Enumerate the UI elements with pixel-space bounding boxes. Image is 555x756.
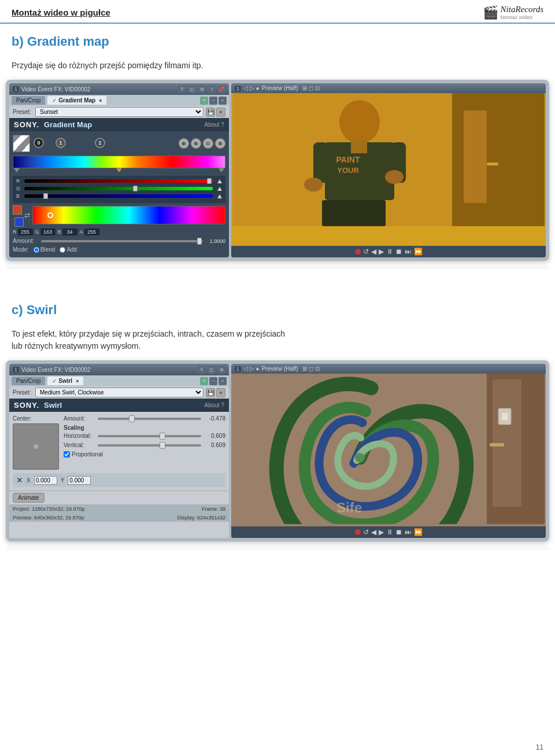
next-frame-btn[interactable]: ⏭ bbox=[405, 248, 412, 256]
swirl-tab-swirl[interactable]: ✓ Swirl × bbox=[47, 377, 83, 385]
prev-frame-btn[interactable]: ◀ bbox=[371, 248, 376, 256]
fast-fwd-btn[interactable]: ⏩ bbox=[414, 248, 423, 256]
b-value[interactable]: 34 bbox=[62, 228, 77, 235]
stop-marker-0[interactable] bbox=[14, 168, 20, 172]
swirl-minus-icon[interactable]: − bbox=[209, 377, 217, 385]
settings-icon[interactable]: ⚙ bbox=[198, 85, 206, 93]
a-val-label: A bbox=[80, 229, 83, 235]
color-swatches bbox=[13, 205, 22, 225]
color-picker[interactable] bbox=[32, 206, 225, 224]
swirl-controls: Amount: -0.478 Scaling Horizontal: bbox=[64, 415, 225, 470]
fx-panel-gradient: 1 Video Event FX: VID00002 ⠿ ◫ ⚙ ? 📌 Pan… bbox=[9, 83, 229, 257]
swirl-amount-slider[interactable] bbox=[98, 418, 201, 420]
swirl-play-btn[interactable]: ▶ bbox=[379, 528, 384, 536]
a-value[interactable]: 255 bbox=[84, 228, 99, 235]
preset-close-btn[interactable]: × bbox=[216, 108, 225, 117]
swirl-h-thumb[interactable] bbox=[160, 433, 165, 440]
swirl-v-thumb[interactable] bbox=[160, 442, 165, 449]
swirl-h-label: Horizontal: bbox=[64, 433, 95, 439]
swirl-window-icon[interactable]: ◫ bbox=[208, 366, 216, 374]
swirl-v-slider[interactable] bbox=[98, 444, 201, 447]
svg-text:Sife: Sife bbox=[336, 500, 362, 515]
swirl-grid-icon[interactable]: ⠿ bbox=[198, 366, 206, 374]
gradient-bar[interactable] bbox=[13, 156, 225, 168]
amount-thumb[interactable] bbox=[197, 238, 202, 245]
mode-add-radio[interactable]: Add bbox=[60, 246, 77, 253]
b-thumb[interactable] bbox=[43, 193, 48, 199]
g-slider[interactable] bbox=[24, 187, 213, 190]
stop-marker-1[interactable] bbox=[116, 168, 122, 172]
swirl-amount-thumb[interactable] bbox=[129, 415, 135, 422]
swirl-tab-pan-crop[interactable]: Pan/Crop bbox=[12, 377, 45, 385]
ctrl-circle-4[interactable]: ⊗ bbox=[215, 138, 225, 149]
swirl-close-tab-icon[interactable]: × bbox=[219, 377, 227, 385]
stop-marker-2[interactable] bbox=[219, 168, 224, 172]
bg-swatch[interactable] bbox=[14, 217, 24, 227]
swirl-add-icon[interactable]: + bbox=[200, 377, 208, 385]
swap-icon[interactable]: ⇄ bbox=[24, 211, 30, 219]
plugin-about[interactable]: About ? bbox=[205, 121, 224, 128]
ctrl-circle-3[interactable]: ⊙ bbox=[203, 138, 213, 149]
swirl-next-frame-btn[interactable]: ⏭ bbox=[405, 528, 412, 536]
x-input[interactable] bbox=[34, 476, 57, 485]
grid-icon[interactable]: ⠿ bbox=[178, 85, 186, 93]
window-icon[interactable]: ◫ bbox=[188, 85, 196, 93]
g-value[interactable]: 163 bbox=[40, 228, 56, 235]
close-tab-icon[interactable]: × bbox=[219, 97, 227, 105]
mode-blend-radio[interactable]: Blend bbox=[34, 246, 56, 253]
swirl-plugin-about[interactable]: About ? bbox=[205, 402, 224, 408]
blend-radio-input[interactable] bbox=[34, 247, 39, 253]
r-value[interactable]: 255 bbox=[18, 228, 33, 235]
swirl-tab-close[interactable]: × bbox=[76, 378, 79, 384]
swirl-preset-save-btn[interactable]: 💾 bbox=[206, 388, 215, 397]
tab-gradient-map[interactable]: ✓ Gradient Map × bbox=[47, 96, 106, 105]
proportional-checkbox[interactable] bbox=[64, 451, 70, 458]
add-radio-input[interactable] bbox=[60, 247, 65, 253]
amount-slider[interactable] bbox=[41, 240, 203, 242]
stop-circle-1[interactable]: 1 bbox=[56, 138, 66, 148]
ctrl-circle-1[interactable]: ⊕ bbox=[179, 138, 189, 149]
pause-btn[interactable]: ⏸ bbox=[386, 248, 393, 256]
back-btn[interactable]: ↺ bbox=[363, 248, 369, 256]
y-input[interactable] bbox=[68, 476, 91, 485]
tab-close-icon[interactable]: × bbox=[99, 98, 102, 104]
swirl-record-btn[interactable] bbox=[355, 529, 361, 535]
stop-circle-2[interactable]: 2 bbox=[95, 138, 105, 148]
add-icon[interactable]: + bbox=[200, 97, 208, 105]
swirl-stop-btn[interactable]: ⏹ bbox=[395, 528, 402, 536]
play-btn[interactable]: ▶ bbox=[379, 248, 384, 256]
r-thumb[interactable] bbox=[207, 178, 212, 184]
swirl-preview-ctrl-icons: ⊞ ◻ ⊡ bbox=[302, 366, 320, 372]
fg-swatch[interactable] bbox=[13, 205, 22, 215]
svg-rect-17 bbox=[490, 443, 504, 447]
animate-button[interactable]: Animate bbox=[13, 493, 45, 503]
r-slider-row: R bbox=[16, 178, 222, 184]
stop-btn[interactable]: ⏹ bbox=[395, 248, 402, 256]
preset-select[interactable]: Sunset bbox=[35, 107, 204, 117]
stop-circle-0[interactable]: 0 bbox=[34, 138, 44, 148]
help-icon[interactable]: ? bbox=[208, 85, 216, 93]
ctrl-circle-2[interactable]: ⊕ bbox=[191, 138, 201, 149]
swirl-fast-fwd-btn[interactable]: ⏩ bbox=[414, 528, 423, 536]
g-thumb[interactable] bbox=[133, 186, 138, 191]
fx-titlebar-left: 1 Video Event FX: VID00002 bbox=[13, 86, 90, 93]
section-b-intro: Przydaje się do różnych przejść pomiędzy… bbox=[0, 54, 555, 80]
swirl-h-slider[interactable] bbox=[98, 435, 201, 437]
swirl-preset-select[interactable]: Medium Swirl, Clockwise bbox=[35, 388, 204, 397]
record-btn[interactable] bbox=[355, 249, 361, 255]
swirl-center-box[interactable] bbox=[13, 423, 59, 470]
swirl-back-btn[interactable]: ↺ bbox=[363, 528, 369, 536]
tab-pan-crop[interactable]: Pan/Crop bbox=[12, 96, 45, 105]
swirl-preset-close-btn[interactable]: × bbox=[216, 388, 225, 397]
swirl-pause-btn[interactable]: ⏸ bbox=[386, 528, 393, 536]
b-slider[interactable] bbox=[24, 194, 213, 198]
minus-icon[interactable]: − bbox=[209, 97, 217, 105]
preview-res: Preview: 640x360x32; 29.970p bbox=[13, 515, 84, 521]
pin-icon[interactable]: 📌 bbox=[217, 85, 225, 93]
project-info: Project: 1280x720x32; 29.970p bbox=[13, 506, 85, 512]
status-bar: Project: 1280x720x32; 29.970p Frame: 39 bbox=[9, 504, 229, 514]
swirl-prev-frame-btn[interactable]: ◀ bbox=[371, 528, 376, 536]
preset-save-btn[interactable]: 💾 bbox=[206, 108, 215, 117]
swirl-settings-icon[interactable]: ⚙ bbox=[217, 366, 225, 374]
r-slider[interactable] bbox=[24, 179, 213, 183]
